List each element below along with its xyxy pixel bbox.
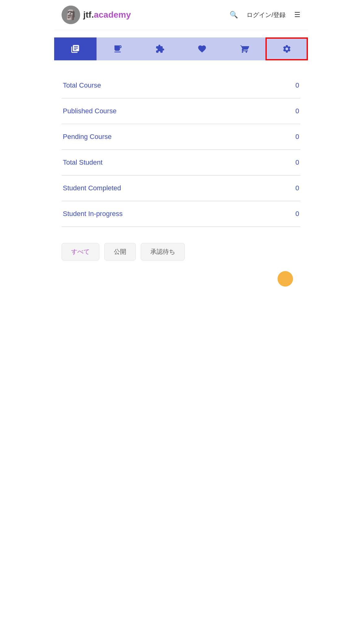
book-icon xyxy=(71,44,80,54)
stat-student-inprogress-label: Student In-progress xyxy=(63,210,123,218)
stat-student-inprogress-value: 0 xyxy=(295,210,299,218)
logo-area: 🗿 jtf.academy xyxy=(62,6,230,24)
tab-puzzle[interactable] xyxy=(139,37,181,60)
filter-published-button[interactable]: 公開 xyxy=(104,243,136,261)
search-icon[interactable]: 🔍 xyxy=(230,11,238,19)
stat-total-student-label: Total Student xyxy=(63,158,102,166)
tab-settings[interactable] xyxy=(265,37,308,60)
tab-bar xyxy=(54,37,308,60)
logo-text: jtf.academy xyxy=(83,10,131,20)
stat-pending-course-value: 0 xyxy=(295,133,299,141)
header: 🗿 jtf.academy 🔍 ログイン/登録 ☰ xyxy=(54,0,308,30)
stat-total-course-label: Total Course xyxy=(63,81,101,89)
cart-icon xyxy=(240,44,249,54)
filter-section: すべて 公開 承認待ち xyxy=(54,233,308,266)
stat-pending-course: Pending Course 0 xyxy=(62,124,300,150)
settings-icon xyxy=(282,44,291,54)
stat-published-course-value: 0 xyxy=(295,107,299,115)
header-actions: 🔍 ログイン/登録 ☰ xyxy=(230,11,300,19)
logo-academy-text: academy xyxy=(94,10,131,19)
stat-published-course: Published Course 0 xyxy=(62,98,300,124)
filter-all-button[interactable]: すべて xyxy=(62,243,99,261)
puzzle-icon xyxy=(155,44,165,54)
logo-icon: 🗿 xyxy=(62,6,80,24)
stat-pending-course-label: Pending Course xyxy=(63,133,112,141)
stat-total-student: Total Student 0 xyxy=(62,150,300,175)
certificate-icon xyxy=(113,44,122,54)
filter-pending-button[interactable]: 承認待ち xyxy=(141,243,185,261)
stats-section: Total Course 0 Published Course 0 Pendin… xyxy=(54,60,308,233)
stat-total-course-value: 0 xyxy=(295,81,299,89)
tab-cart[interactable] xyxy=(223,37,266,60)
tab-book[interactable] xyxy=(54,37,97,60)
menu-icon[interactable]: ☰ xyxy=(294,11,300,19)
tab-certificate[interactable] xyxy=(97,37,139,60)
scroll-indicator xyxy=(278,271,293,287)
stat-total-course: Total Course 0 xyxy=(62,73,300,98)
stat-student-inprogress: Student In-progress 0 xyxy=(62,201,300,227)
stat-student-completed-label: Student Completed xyxy=(63,184,121,192)
heart-icon xyxy=(197,44,207,54)
stat-student-completed-value: 0 xyxy=(295,184,299,192)
login-button[interactable]: ログイン/登録 xyxy=(247,11,286,19)
logo-jtf-text: jtf. xyxy=(83,10,94,19)
stat-published-course-label: Published Course xyxy=(63,107,117,115)
stat-student-completed: Student Completed 0 xyxy=(62,175,300,201)
stat-total-student-value: 0 xyxy=(295,158,299,166)
tab-heart[interactable] xyxy=(181,37,223,60)
